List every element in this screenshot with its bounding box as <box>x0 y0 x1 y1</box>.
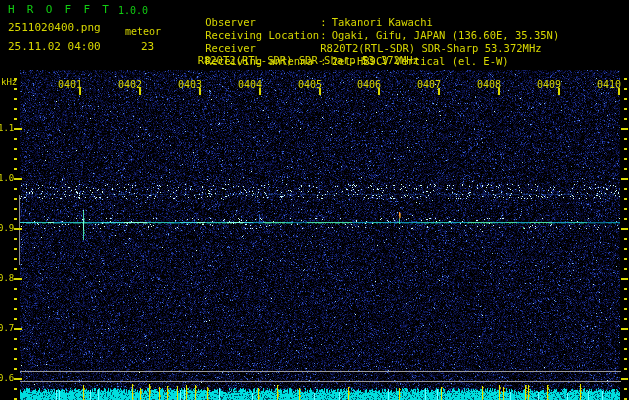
x-axis-label-0403: 0403 <box>177 79 202 90</box>
x-axis-label-0408: 0408 <box>476 79 501 90</box>
x-axis-label-0401: 0401 <box>57 79 82 90</box>
y-axis-label-0.9-khz: 0.9 <box>0 223 14 233</box>
y-axis-label-1.1-khz: 1.1 <box>0 123 14 133</box>
x-axis-label-0404: 0404 <box>237 79 262 90</box>
x-axis-label-0410: 0410 <box>596 79 621 90</box>
x-axis-label-0402: 0402 <box>117 79 142 90</box>
y-axis-label-0.7-khz: 0.7 <box>0 323 14 333</box>
x-axis-label-0406: 0406 <box>356 79 381 90</box>
y-axis-label-0.8-khz: 0.8 <box>0 273 14 283</box>
y-axis-label-0.6-khz: 0.6 <box>0 373 14 383</box>
x-axis-label-0407: 0407 <box>416 79 441 90</box>
x-axis-label-0405: 0405 <box>297 79 322 90</box>
x-axis-label-0409: 0409 <box>536 79 561 90</box>
axis-labels-layer: 0401040204030404040504060407040804090410… <box>0 0 629 400</box>
hrofft-spectrogram-image: H R O F F T 1.0.0 2511020400.png meteor … <box>0 0 629 400</box>
y-axis-label-1.0-khz: 1.0 <box>0 173 14 183</box>
